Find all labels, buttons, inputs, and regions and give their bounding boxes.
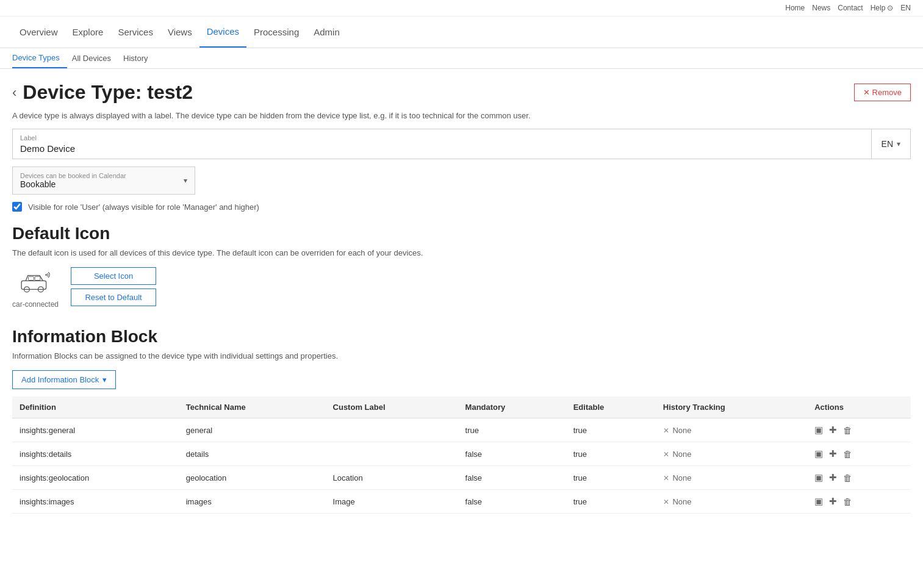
cell-history-tracking-0: ✕ None	[656, 418, 807, 442]
add-icon-3[interactable]: ✚	[829, 496, 837, 507]
edit-icon-0[interactable]: ▣	[814, 425, 823, 436]
language-selector[interactable]: EN	[900, 4, 911, 12]
calendar-dropdown[interactable]: Devices can be booked in Calendar Bookab…	[12, 167, 195, 195]
label-field-main: Label Demo Device	[13, 129, 871, 159]
action-icons-0: ▣ ✚ 🗑	[814, 425, 903, 436]
default-icon-title: Default Icon	[12, 224, 911, 243]
default-icon-desc: The default icon is used for all devices…	[12, 248, 911, 257]
lang-chevron-icon: ▾	[897, 140, 900, 148]
cell-technical-name-2: geolocation	[179, 466, 326, 490]
delete-icon-0[interactable]: 🗑	[843, 425, 852, 436]
calendar-chevron-icon: ▾	[184, 176, 187, 185]
nav-explore[interactable]: Explore	[65, 17, 111, 47]
label-field-label: Label	[20, 134, 864, 142]
nav-overview[interactable]: Overview	[12, 17, 65, 47]
subnav-all-devices[interactable]: All Devices	[72, 49, 118, 68]
calendar-dropdown-content: Devices can be booked in Calendar Bookab…	[20, 172, 126, 189]
page-title-area: ‹ Device Type: test2	[12, 81, 193, 104]
x-icon-1: ✕	[663, 450, 669, 459]
nav-admin[interactable]: Admin	[306, 17, 347, 47]
remove-button[interactable]: ✕ Remove	[854, 84, 911, 101]
calendar-dropdown-value: Bookable	[20, 179, 126, 189]
table-row: insights:details details false true ✕ No…	[12, 442, 911, 466]
help-link[interactable]: Help ⊙	[871, 4, 894, 12]
select-icon-button[interactable]: Select Icon	[71, 267, 156, 285]
cell-definition-1: insights:details	[12, 442, 179, 466]
icon-image	[17, 267, 54, 298]
help-text: Help	[871, 4, 886, 12]
page-title: Device Type: test2	[23, 81, 193, 104]
nav-processing[interactable]: Processing	[246, 17, 306, 47]
col-editable: Editable	[566, 396, 656, 418]
col-actions: Actions	[807, 396, 911, 418]
back-button[interactable]: ‹	[12, 85, 16, 101]
nav-views[interactable]: Views	[160, 17, 199, 47]
reset-icon-button[interactable]: Reset to Default	[71, 289, 156, 306]
label-field-value[interactable]: Demo Device	[20, 143, 864, 154]
page-content: ‹ Device Type: test2 ✕ Remove A device t…	[0, 69, 923, 526]
info-block-title: Information Block	[12, 327, 911, 346]
x-icon-2: ✕	[663, 474, 669, 482]
subnav-device-types[interactable]: Device Types	[12, 48, 67, 68]
svg-point-5	[45, 274, 47, 276]
delete-icon-2[interactable]: 🗑	[843, 473, 852, 483]
cell-history-tracking-2: ✕ None	[656, 466, 807, 490]
cell-mandatory-1: false	[458, 442, 566, 466]
none-text-2: None	[672, 473, 691, 482]
nav-services[interactable]: Services	[110, 17, 160, 47]
cell-editable-0: true	[566, 418, 656, 442]
label-field-lang[interactable]: EN ▾	[871, 129, 910, 159]
calendar-dropdown-label: Devices can be booked in Calendar	[20, 172, 126, 179]
svg-rect-2	[35, 276, 40, 280]
info-block-desc: Information Blocks can be assigned to th…	[12, 351, 911, 360]
table-row: insights:geolocation geolocation Locatio…	[12, 466, 911, 490]
page-header: ‹ Device Type: test2 ✕ Remove	[12, 81, 911, 104]
add-information-block-button[interactable]: Add Information Block ▾	[12, 370, 116, 389]
action-icons-2: ▣ ✚ 🗑	[814, 472, 903, 483]
add-icon-1[interactable]: ✚	[829, 448, 837, 459]
cell-actions-1: ▣ ✚ 🗑	[807, 442, 911, 466]
cell-definition-2: insights:geolocation	[12, 466, 179, 490]
cell-history-tracking-1: ✕ None	[656, 442, 807, 466]
cell-custom-label-3: Image	[326, 490, 458, 514]
cell-history-tracking-3: ✕ None	[656, 490, 807, 514]
car-connected-icon	[19, 269, 52, 296]
lang-value: EN	[882, 139, 893, 149]
contact-link[interactable]: Contact	[838, 4, 863, 12]
label-field-group: Label Demo Device EN ▾	[12, 129, 911, 159]
icon-buttons: Select Icon Reset to Default	[71, 267, 156, 306]
label-field-row: Label Demo Device EN ▾	[13, 129, 910, 159]
edit-icon-2[interactable]: ▣	[814, 472, 823, 483]
none-text-1: None	[672, 450, 691, 459]
cell-actions-2: ▣ ✚ 🗑	[807, 466, 911, 490]
info-block-table: Definition Technical Name Custom Label M…	[12, 396, 911, 514]
cell-actions-3: ▣ ✚ 🗑	[807, 490, 911, 514]
nav-devices[interactable]: Devices	[199, 16, 246, 48]
cell-mandatory-0: true	[458, 418, 566, 442]
col-definition: Definition	[12, 396, 179, 418]
add-info-label: Add Information Block	[21, 375, 99, 384]
delete-icon-3[interactable]: 🗑	[843, 497, 852, 507]
subnav-history[interactable]: History	[123, 49, 155, 68]
none-text-3: None	[672, 497, 691, 506]
add-info-chevron-icon: ▾	[102, 375, 107, 384]
page-description: A device type is always displayed with a…	[12, 111, 911, 120]
edit-icon-3[interactable]: ▣	[814, 496, 823, 507]
add-icon-0[interactable]: ✚	[829, 425, 837, 436]
news-link[interactable]: News	[812, 4, 830, 12]
cell-editable-3: true	[566, 490, 656, 514]
icon-preview: car-connected	[12, 267, 59, 309]
cell-actions-0: ▣ ✚ 🗑	[807, 418, 911, 442]
edit-icon-1[interactable]: ▣	[814, 448, 823, 459]
delete-icon-1[interactable]: 🗑	[843, 449, 852, 459]
table-header-row: Definition Technical Name Custom Label M…	[12, 396, 911, 418]
table-row: insights:general general true true ✕ Non…	[12, 418, 911, 442]
main-nav: Overview Explore Services Views Devices …	[0, 16, 923, 48]
home-link[interactable]: Home	[785, 4, 805, 12]
cell-technical-name-3: images	[179, 490, 326, 514]
add-icon-2[interactable]: ✚	[829, 472, 837, 483]
cell-custom-label-1	[326, 442, 458, 466]
visibility-checkbox[interactable]	[12, 202, 22, 212]
cell-technical-name-1: details	[179, 442, 326, 466]
svg-rect-0	[21, 281, 46, 289]
